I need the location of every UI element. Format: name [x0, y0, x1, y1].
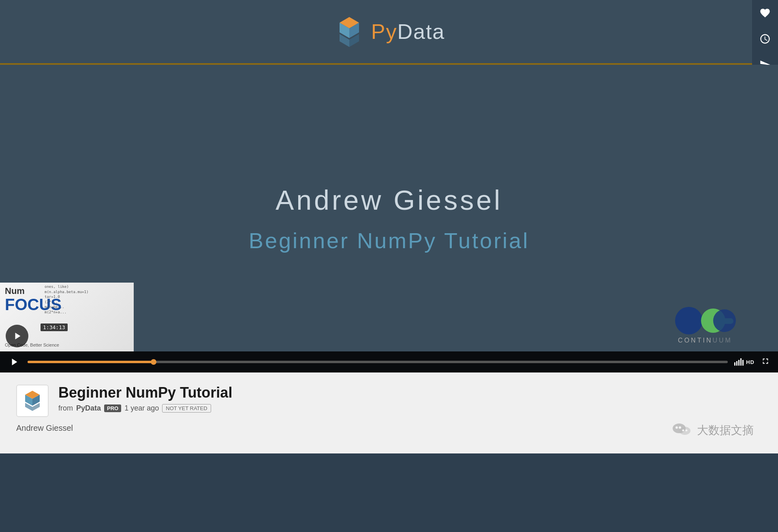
svg-point-9	[713, 309, 736, 332]
video-meta: from PyData PRO 1 year ago NOT YET RATED	[58, 404, 762, 413]
continuum-logo-svg	[665, 303, 746, 335]
time-ago: 1 year ago	[124, 404, 159, 413]
svg-marker-5	[15, 333, 21, 340]
hd-label: HD	[746, 359, 754, 365]
play-control-icon	[10, 358, 19, 366]
svg-point-19	[679, 426, 681, 429]
bar3	[738, 360, 740, 366]
info-top: Beginner NumPy Tutorial from PyData PRO …	[16, 385, 762, 417]
author-name: Andrew Giessel	[16, 423, 762, 433]
svg-point-20	[682, 430, 684, 432]
heart-icon	[759, 7, 771, 19]
bar1	[734, 362, 735, 366]
logo-py: Py	[371, 20, 398, 43]
not-rated-badge: NOT YET RATED	[162, 404, 211, 413]
video-title-block: Beginner NumPy Tutorial from PyData PRO …	[58, 385, 762, 413]
fullscreen-icon-svg	[761, 357, 770, 366]
progress-bar[interactable]	[28, 361, 728, 363]
logo-text: PyData	[371, 19, 445, 44]
svg-point-21	[686, 430, 688, 432]
continuum-logo: CONTINUUM	[665, 303, 746, 344]
pro-badge: PRO	[104, 404, 121, 412]
play-icon	[13, 332, 22, 340]
video-container: Andrew Giessel Beginner NumPy Tutorial N…	[0, 65, 778, 372]
fullscreen-button[interactable]	[761, 357, 770, 368]
pydata-logo-icon	[333, 15, 365, 48]
svg-marker-10	[12, 359, 17, 366]
watermark-text: 大数据文摘	[697, 423, 754, 438]
watermark-text1: 大数据	[697, 424, 731, 436]
play-control[interactable]	[8, 355, 21, 368]
quality-bars	[734, 358, 744, 366]
channel-logo-svg	[21, 389, 44, 412]
bar5	[742, 360, 744, 366]
logo-data-text: Data	[397, 20, 445, 43]
clock-icon	[759, 33, 771, 45]
site-logo: PyData	[333, 15, 445, 48]
bar2	[736, 361, 737, 366]
header: PyData	[0, 0, 778, 65]
info-panel: Beginner NumPy Tutorial from PyData PRO …	[0, 372, 778, 453]
progress-dot	[151, 359, 156, 365]
progress-fill	[28, 361, 154, 363]
video-main-title: Beginner NumPy Tutorial	[58, 385, 762, 401]
svg-point-7	[675, 307, 703, 334]
channel-logo	[16, 385, 49, 417]
watch-later-button[interactable]	[752, 26, 778, 52]
code-overlay: ones, like)m(n.alpha.beta.mu=1)tar=1.0(2…	[45, 284, 88, 315]
channel-name[interactable]: PyData	[76, 404, 101, 413]
video-controls: HD	[0, 351, 778, 372]
favorite-button[interactable]	[752, 0, 778, 26]
watermark-icon-svg	[671, 419, 693, 441]
talk-title: Beginner NumPy Tutorial	[249, 228, 529, 253]
from-label: from	[58, 404, 73, 413]
video-timestamp: 1:34:13	[41, 323, 68, 331]
play-button[interactable]	[6, 325, 28, 347]
svg-point-18	[675, 426, 678, 429]
continuum-text: CONTINUUM	[678, 337, 732, 344]
watermark-text2: 文摘	[731, 424, 754, 436]
presenter-name: Andrew Giessel	[276, 184, 502, 216]
bar4	[740, 358, 742, 366]
hd-badge: HD	[734, 358, 754, 366]
watermark: 大数据文摘	[671, 419, 754, 441]
